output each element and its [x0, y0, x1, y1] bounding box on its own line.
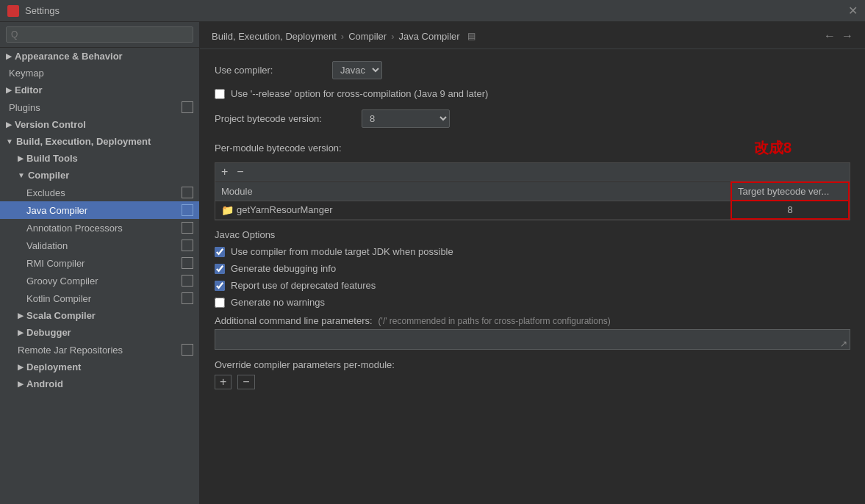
sidebar-item-kotlin[interactable]: Kotlin Compiler [0, 289, 199, 307]
window-title: Settings [25, 5, 848, 16]
sidebar-label-appearance: Appearance & Behavior [15, 51, 123, 62]
search-input[interactable] [6, 26, 193, 43]
breadcrumb-icon: ▤ [467, 31, 475, 41]
release-option-checkbox[interactable] [215, 89, 225, 99]
breadcrumb-sep1: › [341, 31, 344, 42]
additional-params-hint: ('/' recommended in paths for cross-plat… [378, 316, 611, 326]
sidebar-item-keymap[interactable]: Keymap [0, 65, 199, 82]
sidebar-item-validation[interactable]: Validation [0, 237, 199, 254]
expand-arrow-android: ▶ [18, 380, 24, 388]
table-header-row: Module Target bytecode ver... [215, 182, 849, 201]
expand-arrow-editor: ▶ [6, 86, 12, 94]
search-container [0, 22, 199, 48]
expand-arrow-appearance: ▶ [6, 52, 12, 60]
sidebar-label-editor: Editor [15, 84, 43, 96]
sidebar-item-build-tools[interactable]: ▶ Build Tools [0, 150, 199, 167]
breadcrumb: Build, Execution, Deployment › Compiler … [212, 31, 475, 42]
per-module-header: Per-module bytecode version: 改成8 [215, 138, 850, 158]
sidebar-item-compiler[interactable]: ▼ Compiler [0, 167, 199, 184]
sidebar-label-keymap: Keymap [9, 68, 44, 79]
sidebar-label-vc: Version Control [15, 119, 86, 130]
sidebar-item-plugins[interactable]: Plugins [0, 98, 199, 116]
sidebar-item-editor[interactable]: ▶ Editor [0, 82, 199, 98]
expand-arrow-vc: ▶ [6, 120, 12, 129]
additional-params-header: Additional command line parameters: ('/'… [215, 315, 850, 326]
sidebar-item-android[interactable]: ▶ Android [0, 375, 199, 392]
option3-checkbox[interactable] [215, 281, 225, 291]
sidebar-item-groovy[interactable]: Groovy Compiler [0, 272, 199, 289]
option4-checkbox[interactable] [215, 298, 225, 308]
sidebar-label-deployment: Deployment [26, 361, 81, 372]
sidebar-item-debugger[interactable]: ▶ Debugger [0, 324, 199, 341]
sidebar-item-appearance[interactable]: ▶ Appearance & Behavior [0, 48, 199, 65]
option3-label: Report use of deprecated features [231, 280, 376, 291]
option1-checkbox[interactable] [215, 247, 225, 257]
sidebar-label-validation: Validation [26, 240, 68, 251]
option2-label: Generate debugging info [231, 263, 336, 274]
override-add-button[interactable]: + [215, 375, 231, 389]
option2-checkbox[interactable] [215, 264, 225, 274]
expand-arrow-compiler: ▼ [18, 171, 25, 179]
target-value: 8 [768, 204, 812, 215]
expand-icon[interactable]: ↗ [840, 339, 847, 349]
module-name: getYarnResourManger [237, 204, 333, 215]
expand-arrow-scala: ▶ [18, 312, 24, 320]
javac-options-label: Javac Options [215, 229, 275, 240]
back-button[interactable]: ← [824, 29, 836, 43]
sidebar-label-java-compiler: Java Compiler [26, 205, 87, 216]
sidebar-label-scala: Scala Compiler [26, 310, 96, 321]
module-icon: 📁 getYarnResourManger [221, 204, 333, 216]
javac-options-header: Javac Options [215, 229, 850, 240]
sidebar-item-deployment[interactable]: ▶ Deployment [0, 359, 199, 375]
close-button[interactable]: ✕ [848, 4, 858, 18]
use-compiler-select[interactable]: Javac [332, 61, 382, 79]
per-module-label: Per-module bytecode version: [215, 143, 342, 154]
table-row[interactable]: 📁 getYarnResourManger 8 [215, 201, 849, 219]
breadcrumb-part2: Compiler [348, 31, 387, 42]
annotation-change8: 改成8 [754, 138, 792, 158]
content-area: Build, Execution, Deployment › Compiler … [200, 22, 865, 504]
sidebar-icon-annotation [182, 222, 193, 234]
sidebar-item-build[interactable]: ▼ Build, Execution, Deployment [0, 133, 199, 150]
settings-window: Settings ✕ ▶ Appearance & Behavior Keyma… [0, 0, 865, 504]
additional-params-section: Additional command line parameters: ('/'… [215, 315, 850, 352]
additional-params-input-container: ↗ [215, 329, 850, 352]
sidebar: ▶ Appearance & Behavior Keymap ▶ Editor … [0, 22, 200, 504]
sidebar-item-rmi[interactable]: RMI Compiler [0, 254, 199, 272]
bytecode-version-label: Project bytecode version: [215, 113, 362, 124]
col-module: Module [215, 182, 731, 201]
sidebar-item-version-control[interactable]: ▶ Version Control [0, 116, 199, 133]
sidebar-item-scala[interactable]: ▶ Scala Compiler [0, 307, 199, 324]
expand-arrow-build: ▼ [6, 137, 13, 145]
option4-row: Generate no warnings [215, 297, 850, 308]
sidebar-item-annotation[interactable]: Annotation Processors [0, 219, 199, 237]
title-bar: Settings ✕ [0, 0, 865, 22]
table-remove-button[interactable]: − [235, 166, 245, 178]
sidebar-label-excludes: Excludes [26, 187, 65, 198]
forward-button[interactable]: → [841, 29, 853, 43]
sidebar-icon-rmi [182, 257, 193, 269]
sidebar-item-java-compiler[interactable]: Java Compiler [0, 201, 199, 219]
sidebar-item-excludes[interactable]: Excludes [0, 184, 199, 201]
nav-arrows: ← → [824, 29, 853, 43]
option2-row: Generate debugging info [215, 263, 850, 274]
override-section: Override compiler parameters per-module:… [215, 359, 850, 389]
use-compiler-label: Use compiler: [215, 65, 332, 76]
sidebar-item-remote-jar[interactable]: Remote Jar Repositories [0, 341, 199, 359]
override-remove-button[interactable]: − [237, 375, 254, 389]
sidebar-icon-validation [182, 240, 193, 251]
additional-params-input[interactable] [215, 329, 850, 350]
override-label: Override compiler parameters per-module: [215, 359, 395, 370]
module-table: Module Target bytecode ver... 📁 getYarnR… [215, 181, 850, 220]
module-cell: 📁 getYarnResourManger [215, 201, 731, 219]
sidebar-icon-remote-jar [182, 344, 193, 356]
bytecode-version-select[interactable]: 8 [362, 109, 450, 128]
sidebar-label-annotation: Annotation Processors [26, 223, 123, 234]
use-compiler-row: Use compiler: Javac [215, 61, 850, 79]
main-layout: ▶ Appearance & Behavior Keymap ▶ Editor … [0, 22, 865, 504]
table-add-button[interactable]: + [220, 166, 229, 178]
additional-params-label: Additional command line parameters: [215, 315, 373, 326]
bytecode-version-row: Project bytecode version: 8 [215, 109, 850, 128]
release-option-row: Use '--release' option for cross-compila… [215, 88, 850, 99]
sidebar-icon-plugins [182, 101, 193, 113]
